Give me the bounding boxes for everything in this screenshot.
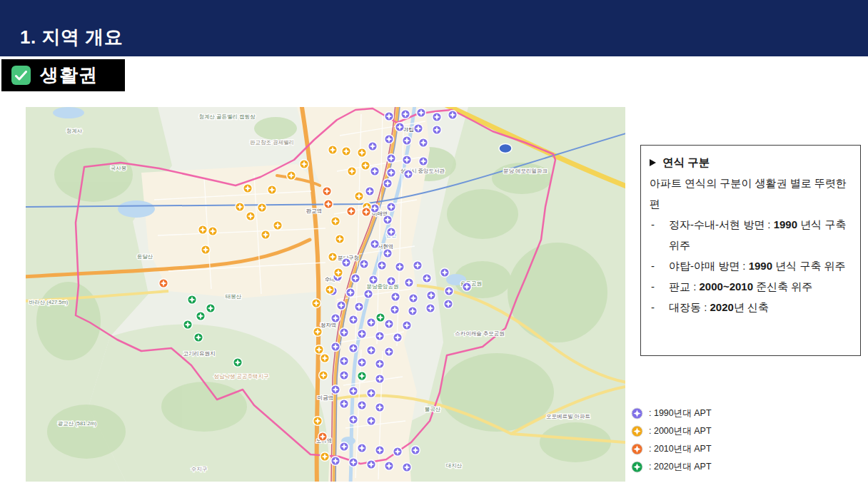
apt-marker-1990s-icon — [463, 283, 472, 292]
apt-marker-1990s-icon — [419, 138, 428, 148]
legend-marker-2000s-icon — [631, 425, 643, 437]
apt-marker-1990s-icon — [385, 135, 394, 144]
map-place-label: 미금역 — [318, 395, 334, 401]
apt-marker-2010s-icon — [318, 432, 328, 442]
info-box-title: 연식 구분 — [662, 152, 710, 173]
apt-marker-1990s-icon — [417, 108, 426, 118]
apt-marker-2000s-icon — [328, 146, 338, 155]
apt-marker-1990s-icon — [375, 332, 385, 341]
apt-marker-2010s-icon — [347, 207, 356, 216]
map-place-label: 응달산 — [137, 253, 153, 260]
apt-marker-2000s-icon — [313, 417, 323, 426]
info-box-item: -야탑-야매 방면 : 1990 년식 구축 위주 — [650, 255, 852, 276]
route-shield-icon — [499, 144, 512, 153]
apt-marker-1990s-icon — [403, 321, 412, 330]
legend-item: : 2000년대 APT — [631, 422, 712, 440]
legend-marker-2020s-icon — [631, 461, 643, 473]
map-place-label: 청계사 — [66, 128, 83, 134]
arrow-bullet-icon — [650, 159, 656, 166]
map-place-label: 고기리유원지 — [183, 350, 216, 357]
apt-marker-1990s-icon — [358, 401, 367, 410]
map-place-label: 광교산 (581.2m) — [58, 420, 97, 427]
apt-marker-1990s-icon — [331, 314, 340, 323]
info-box-item: -대장동 : 2020년 신축 — [650, 297, 852, 317]
info-item-text: 2020 — [710, 301, 734, 313]
apt-marker-2000s-icon — [342, 147, 351, 156]
apt-marker-1990s-icon — [337, 301, 346, 310]
slide: 1. 지역 개요 생활권 — [0, 0, 868, 488]
map-place-label: 태봉산 — [226, 293, 242, 300]
legend-marker-2010s-icon — [631, 443, 643, 455]
apt-marker-1990s-icon — [426, 304, 435, 313]
legend-item-label: : 2010년대 APT — [649, 443, 712, 455]
apt-marker-2010s-icon — [323, 187, 332, 196]
apt-marker-1990s-icon — [365, 187, 375, 196]
apt-marker-1990s-icon — [358, 358, 367, 367]
apt-marker-2000s-icon — [319, 371, 328, 380]
apt-marker-2000s-icon — [315, 345, 324, 355]
apt-marker-2000s-icon — [321, 354, 330, 363]
apt-marker-1990s-icon — [378, 261, 387, 270]
apt-marker-2000s-icon — [321, 452, 330, 462]
apt-marker-1990s-icon — [346, 288, 355, 298]
apt-marker-2000s-icon — [243, 184, 253, 193]
apt-marker-1990s-icon — [404, 170, 413, 179]
apt-marker-1990s-icon — [387, 154, 396, 163]
apt-marker-2000s-icon — [331, 217, 340, 226]
info-item-text: 야탑-야매 방면 : — [669, 260, 749, 272]
info-box-items: -정자-수내-서현 방면 : 1990 년식 구축 위주-야탑-야매 방면 : … — [650, 214, 852, 317]
apt-marker-2000s-icon — [355, 192, 364, 201]
apt-marker-1990s-icon — [385, 462, 394, 471]
apt-marker-2020s-icon — [183, 320, 193, 330]
dash-bullet: - — [651, 276, 655, 297]
apt-marker-1990s-icon — [340, 371, 349, 380]
map-place-label: 수지구 — [191, 466, 208, 472]
apt-marker-1990s-icon — [349, 387, 358, 396]
apt-marker-1990s-icon — [390, 305, 400, 315]
map-place-label: 판교역 — [306, 208, 323, 214]
apt-marker-2020s-icon — [358, 372, 367, 381]
page-title: 1. 지역 개요 — [20, 25, 123, 50]
apt-marker-2000s-icon — [261, 230, 271, 240]
apt-marker-2020s-icon — [196, 312, 206, 321]
apt-marker-2020s-icon — [188, 295, 197, 305]
apt-marker-1990s-icon — [427, 291, 436, 300]
legend-item: : 1990년대 APT — [631, 405, 712, 422]
apt-marker-2020s-icon — [376, 313, 385, 322]
apt-marker-1990s-icon — [349, 315, 358, 325]
legend-item-label: : 2000년대 APT — [649, 425, 712, 437]
legend-item-label: : 1990년대 APT — [649, 407, 712, 420]
apt-marker-1990s-icon — [358, 330, 367, 339]
info-item-text: 2000~2010 — [700, 280, 754, 293]
apt-marker-1990s-icon — [367, 318, 376, 327]
apt-marker-2000s-icon — [334, 268, 343, 278]
apt-marker-2000s-icon — [328, 253, 338, 262]
apt-marker-1990s-icon — [405, 278, 414, 288]
map-place-label: 불곡산 — [425, 406, 441, 412]
apt-marker-1990s-icon — [340, 357, 349, 366]
info-item-text: 대장동 : — [669, 301, 710, 313]
apt-marker-1990s-icon — [401, 110, 410, 119]
legend-item: : 2020년대 APT — [631, 458, 712, 476]
apt-marker-2000s-icon — [313, 327, 323, 337]
section-badge-label: 생활권 — [40, 63, 98, 88]
legend-item: : 2010년대 APT — [631, 440, 712, 458]
map-place-label: 판교창조 경제밸리 — [250, 139, 294, 146]
apt-marker-1990s-icon — [393, 447, 403, 457]
info-box: 연식 구분 아파트 연식의 구분이 생활권 별로 뚜렷한 편 -정자-수내-서현… — [640, 145, 861, 356]
apt-marker-1990s-icon — [385, 320, 394, 329]
apt-marker-2020s-icon — [206, 304, 216, 313]
apt-marker-1990s-icon — [423, 274, 432, 283]
map-place-label: 바라산 (427.5m) — [29, 299, 69, 305]
apt-marker-1990s-icon — [414, 124, 423, 133]
map-svg: 청계사국사봉청계산 골든벨리 캠핑장판교창조 경제밸리야탑역성남시 중앙도서관분… — [26, 107, 625, 482]
apt-marker-1990s-icon — [340, 400, 349, 409]
apt-marker-1990s-icon — [331, 342, 340, 352]
info-item-text: 정자-수내-서현 방면 : — [669, 218, 774, 230]
apt-marker-1990s-icon — [448, 111, 458, 120]
info-item-text: 1990 — [774, 218, 797, 230]
apt-marker-1990s-icon — [408, 307, 418, 316]
info-item-text: 년 신축 — [734, 301, 769, 313]
info-item-text: 판교 : — [669, 280, 700, 293]
info-box-title-row: 연식 구분 — [650, 152, 852, 173]
